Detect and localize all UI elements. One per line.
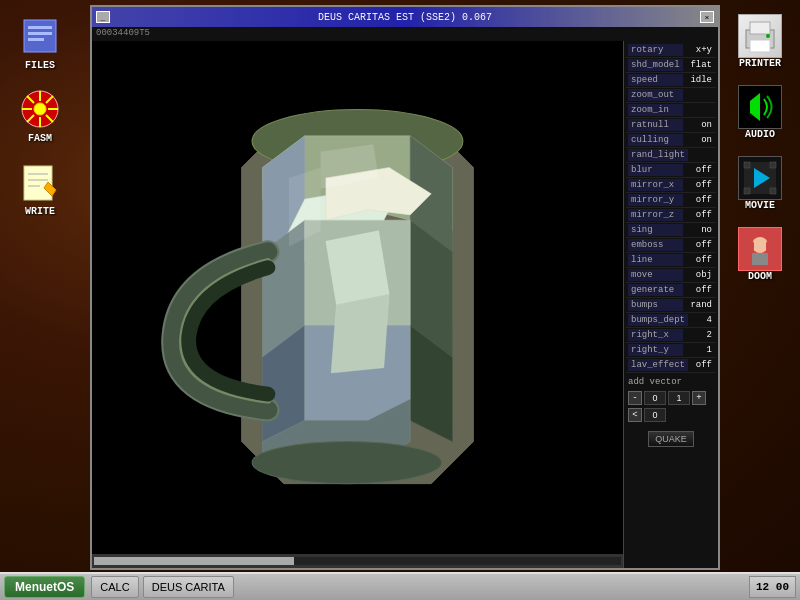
- doom-label: DOOM: [748, 271, 772, 282]
- property-row[interactable]: lav_effectoff: [626, 358, 716, 373]
- property-value: off: [694, 254, 714, 266]
- sidebar-item-write[interactable]: WRITE: [14, 156, 66, 221]
- property-row[interactable]: zoom_out: [626, 88, 716, 103]
- property-value: 2: [705, 329, 714, 341]
- property-value: on: [699, 119, 714, 131]
- property-row[interactable]: cullingon: [626, 133, 716, 148]
- property-row[interactable]: speedidle: [626, 73, 716, 88]
- window-title: DEUS CARITAS EST (SSE2) 0.067: [110, 12, 700, 23]
- properties-list: rotaryx+yshd_modelflatspeedidlezoom_outz…: [626, 43, 716, 373]
- panel-bottom: add vector - + <: [626, 373, 716, 429]
- property-row[interactable]: right_y1: [626, 343, 716, 358]
- svg-rect-1: [28, 26, 52, 29]
- property-value: flat: [688, 59, 714, 71]
- quake-button[interactable]: QUAKE: [648, 431, 694, 447]
- svg-rect-54: [766, 241, 772, 251]
- doom-icon: [738, 227, 782, 271]
- property-value: obj: [694, 269, 714, 281]
- svg-point-34: [252, 442, 442, 484]
- property-row[interactable]: shd_modelflat: [626, 58, 716, 73]
- calc-button[interactable]: CALC: [91, 576, 138, 598]
- property-label: rotary: [628, 44, 683, 56]
- right-properties-panel: rotaryx+yshd_modelflatspeedidlezoom_outz…: [623, 41, 718, 568]
- deus-carita-button[interactable]: DEUS CARITA: [143, 576, 234, 598]
- start-button[interactable]: MenuetOS: [4, 576, 85, 598]
- viewport[interactable]: [92, 41, 623, 568]
- sidebar-item-files[interactable]: FILES: [14, 10, 66, 75]
- sidebar-item-audio[interactable]: AUDIO: [734, 81, 786, 144]
- property-row[interactable]: ratnullon: [626, 118, 716, 133]
- property-label: lav_effect: [628, 359, 688, 371]
- property-label: mirror_x: [628, 179, 683, 191]
- viewport-scrollbar[interactable]: [92, 554, 623, 568]
- svg-rect-41: [750, 40, 770, 52]
- window-controls: _: [96, 11, 110, 23]
- window-body: rotaryx+yshd_modelflatspeedidlezoom_outz…: [92, 41, 718, 568]
- property-label: zoom_out: [628, 89, 683, 101]
- property-value: off: [694, 209, 714, 221]
- property-row[interactable]: mirror_yoff: [626, 193, 716, 208]
- property-label: ratnull: [628, 119, 683, 131]
- property-row[interactable]: embossoff: [626, 238, 716, 253]
- scrollbar-track[interactable]: [94, 557, 621, 565]
- svg-rect-53: [748, 241, 754, 251]
- movie-label: MOVIE: [745, 200, 775, 211]
- property-row[interactable]: bluroff: [626, 163, 716, 178]
- property-label: mirror_z: [628, 209, 683, 221]
- property-label: rand_light: [628, 149, 688, 161]
- sidebar-item-fasm[interactable]: FASM: [14, 83, 66, 148]
- close-button[interactable]: ×: [700, 11, 714, 23]
- minimize-button[interactable]: _: [96, 11, 110, 23]
- property-row[interactable]: right_x2: [626, 328, 716, 343]
- property-value: off: [694, 179, 714, 191]
- property-row[interactable]: mirror_zoff: [626, 208, 716, 223]
- vector-input-2[interactable]: [668, 391, 690, 405]
- write-icon-box: [18, 160, 62, 204]
- vector-plus-btn[interactable]: +: [692, 391, 706, 405]
- vector-inputs-row1: - +: [628, 391, 714, 405]
- property-row[interactable]: rand_light: [626, 148, 716, 163]
- property-row[interactable]: bumps_dept4: [626, 313, 716, 328]
- fasm-label: FASM: [28, 133, 52, 144]
- property-value: x+y: [694, 44, 714, 56]
- property-value: idle: [688, 74, 714, 86]
- svg-rect-48: [744, 188, 750, 194]
- property-row[interactable]: moveobj: [626, 268, 716, 283]
- svg-rect-46: [744, 162, 750, 168]
- property-value: no: [699, 224, 714, 236]
- property-row[interactable]: rotaryx+y: [626, 43, 716, 58]
- left-sidebar: FILES FASM: [0, 0, 80, 570]
- window-info-bar: 00034409T5: [92, 27, 718, 41]
- property-label: blur: [628, 164, 683, 176]
- property-value: off: [694, 194, 714, 206]
- printer-label: PRINTER: [739, 58, 781, 69]
- quake-area: QUAKE: [626, 429, 716, 449]
- property-label: speed: [628, 74, 683, 86]
- svg-marker-43: [750, 93, 760, 121]
- svg-point-42: [766, 34, 770, 38]
- scrollbar-thumb[interactable]: [94, 557, 294, 565]
- vector-arrow-left[interactable]: <: [628, 408, 642, 422]
- desktop: FILES FASM: [0, 0, 800, 600]
- movie-icon: [738, 156, 782, 200]
- property-row[interactable]: bumpsrand: [626, 298, 716, 313]
- vector-minus-btn[interactable]: -: [628, 391, 642, 405]
- property-label: culling: [628, 134, 683, 146]
- property-row[interactable]: singno: [626, 223, 716, 238]
- property-row[interactable]: generateoff: [626, 283, 716, 298]
- svg-point-51: [752, 237, 768, 253]
- property-value: [710, 94, 714, 96]
- sidebar-item-printer[interactable]: PRINTER: [734, 10, 786, 73]
- sidebar-item-movie[interactable]: MOVIE: [734, 152, 786, 215]
- svg-rect-52: [752, 253, 768, 265]
- property-row[interactable]: lineoff: [626, 253, 716, 268]
- sidebar-item-doom[interactable]: DOOM: [734, 223, 786, 286]
- main-window: _ DEUS CARITAS EST (SSE2) 0.067 × 000344…: [90, 5, 720, 570]
- property-row[interactable]: mirror_xoff: [626, 178, 716, 193]
- vector-input-1[interactable]: [644, 391, 666, 405]
- vector-input-3[interactable]: [644, 408, 666, 422]
- property-label: move: [628, 269, 683, 281]
- property-label: mirror_y: [628, 194, 683, 206]
- property-value: off: [694, 359, 714, 371]
- property-row[interactable]: zoom_in: [626, 103, 716, 118]
